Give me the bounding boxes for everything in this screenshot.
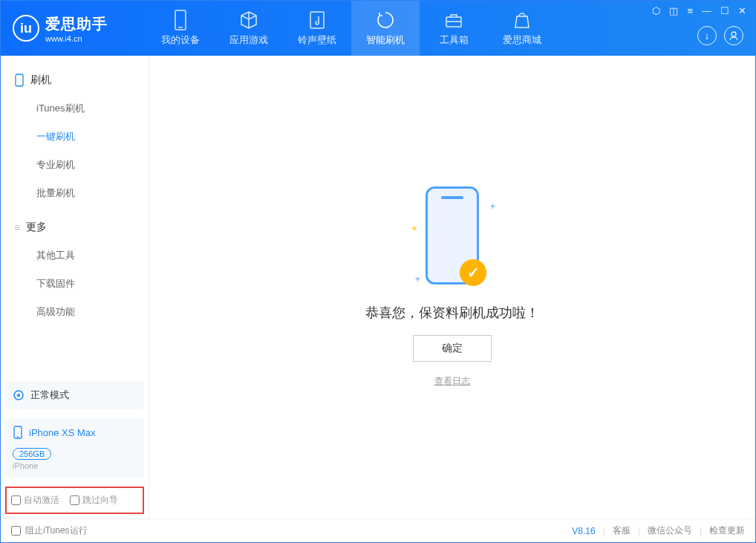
wechat-link[interactable]: 微信公众号	[648, 524, 692, 537]
header-right: ⬡ ◫ ≡ — ☐ ✕ ↓	[652, 1, 746, 56]
sidebar-item-batch-flash[interactable]: 批量刷机	[1, 179, 149, 207]
sidebar-item-advanced[interactable]: 高级功能	[1, 298, 149, 326]
maximize-button[interactable]: ☐	[720, 5, 729, 16]
cube-icon	[238, 10, 259, 30]
tab-store[interactable]: 爱思商城	[488, 1, 556, 56]
svg-point-10	[17, 436, 19, 438]
sparkle-icon: +	[490, 201, 495, 212]
sidebar-item-pro-flash[interactable]: 专业刷机	[1, 151, 149, 179]
logo-icon: iu	[13, 15, 39, 42]
svg-rect-6	[16, 74, 23, 86]
menu-icon[interactable]: ≡	[687, 5, 693, 16]
sidebar-section-more: ≡ 更多 其他工具 下载固件 高级功能	[1, 213, 149, 326]
success-illustration: ✦ + + ✓	[408, 186, 497, 290]
svg-rect-1	[178, 27, 183, 28]
svg-rect-2	[310, 12, 324, 28]
sidebar-item-one-click[interactable]: 一键刷机	[1, 123, 149, 151]
lock-icon[interactable]: ◫	[669, 5, 678, 16]
svg-point-5	[731, 32, 736, 36]
sparkle-icon: +	[415, 274, 420, 284]
checks-row: 自动激活 跳过向导	[5, 487, 144, 514]
block-itunes-label: 阻止iTunes运行	[25, 524, 88, 537]
sidebar: 刷机 iTunes刷机 一键刷机 专业刷机 批量刷机 ≡ 更多 其他工具 下载固…	[1, 56, 149, 518]
minimize-button[interactable]: —	[702, 5, 711, 16]
sidebar-section-flash: 刷机 iTunes刷机 一键刷机 专业刷机 批量刷机	[1, 66, 149, 207]
footer-right: V8.16 | 客服 | 微信公众号 | 检查更新	[572, 524, 745, 537]
separator: |	[700, 526, 702, 536]
auto-activate-checkbox[interactable]	[11, 495, 21, 505]
separator: |	[603, 526, 605, 536]
refresh-shield-icon	[375, 10, 396, 30]
phone-outline-icon	[14, 74, 25, 87]
device-mode-box: 正常模式	[5, 381, 144, 409]
block-itunes-checkbox[interactable]	[11, 526, 21, 536]
tab-smart-flash[interactable]: 智能刷机	[351, 1, 420, 56]
close-button[interactable]: ✕	[738, 5, 746, 16]
sidebar-head-label: 刷机	[30, 74, 51, 87]
device-phone-icon	[13, 426, 23, 439]
sidebar-item-download-fw[interactable]: 下载固件	[1, 270, 149, 298]
check-badge-icon: ✓	[460, 259, 486, 286]
tab-label: 应用游戏	[229, 33, 268, 47]
app-header: iu 爱思助手 www.i4.cn 我的设备 应用游戏 铃声壁纸 智能刷机 工具…	[1, 1, 755, 56]
main-tabs: 我的设备 应用游戏 铃声壁纸 智能刷机 工具箱 爱思商城	[146, 1, 556, 56]
sidebar-head-more: ≡ 更多	[1, 213, 149, 241]
footer: 阻止iTunes运行 V8.16 | 客服 | 微信公众号 | 检查更新	[1, 518, 755, 542]
tab-label: 我的设备	[161, 33, 200, 47]
success-message: 恭喜您，保资料刷机成功啦！	[365, 304, 539, 322]
tab-label: 爱思商城	[503, 33, 541, 47]
sidebar-item-itunes-flash[interactable]: iTunes刷机	[1, 94, 149, 123]
sidebar-scroll: 刷机 iTunes刷机 一键刷机 专业刷机 批量刷机 ≡ 更多 其他工具 下载固…	[1, 56, 149, 377]
separator: |	[638, 526, 640, 536]
user-icon[interactable]	[724, 26, 743, 45]
version-label: V8.16	[572, 526, 595, 536]
body-area: 刷机 iTunes刷机 一键刷机 专业刷机 批量刷机 ≡ 更多 其他工具 下载固…	[1, 56, 755, 518]
window-controls: ⬡ ◫ ≡ — ☐ ✕	[652, 5, 746, 16]
tab-ringtones[interactable]: 铃声壁纸	[283, 1, 351, 56]
device-name: iPhone XS Max	[29, 427, 96, 438]
mode-dot-icon	[13, 389, 25, 401]
kefu-link[interactable]: 客服	[613, 524, 630, 537]
tab-label: 智能刷机	[366, 33, 405, 47]
device-info: 256GB iPhone	[13, 445, 137, 470]
check-label: 跳过向导	[82, 494, 118, 507]
toolbox-icon	[443, 10, 464, 30]
device-mode: 正常模式	[13, 388, 137, 402]
device-capacity: 256GB	[13, 448, 51, 460]
device-icon	[170, 10, 191, 30]
bag-icon	[512, 10, 532, 30]
ok-button[interactable]: 确定	[413, 335, 492, 362]
check-label: 自动激活	[24, 494, 59, 507]
footer-left: 阻止iTunes运行	[11, 524, 88, 537]
tab-my-device[interactable]: 我的设备	[146, 1, 215, 56]
sidebar-item-other-tools[interactable]: 其他工具	[1, 241, 149, 270]
tab-toolbox[interactable]: 工具箱	[420, 1, 488, 56]
sidebar-head-flash: 刷机	[1, 66, 149, 94]
music-icon	[307, 10, 328, 30]
user-icons: ↓	[697, 26, 746, 51]
view-log-link[interactable]: 查看日志	[434, 375, 470, 388]
main-content: ✦ + + ✓ 恭喜您，保资料刷机成功啦！ 确定 查看日志	[149, 56, 755, 518]
sidebar-head-label: 更多	[26, 221, 47, 234]
app-subtitle: www.i4.cn	[45, 34, 108, 43]
list-icon: ≡	[14, 221, 20, 233]
check-auto-activate[interactable]: 自动激活	[11, 494, 59, 507]
logo-text: 爱思助手 www.i4.cn	[45, 14, 108, 43]
download-icon[interactable]: ↓	[697, 26, 717, 45]
skip-wizard-checkbox[interactable]	[70, 495, 79, 505]
tab-apps-games[interactable]: 应用游戏	[215, 1, 283, 56]
device-mode-label: 正常模式	[30, 388, 69, 402]
tab-label: 铃声壁纸	[298, 33, 336, 47]
app-title: 爱思助手	[45, 14, 108, 34]
update-link[interactable]: 检查更新	[709, 524, 745, 537]
device-info-box[interactable]: iPhone XS Max 256GB iPhone	[5, 418, 144, 478]
sparkle-icon: ✦	[411, 224, 418, 234]
tab-label: 工具箱	[440, 33, 469, 47]
check-skip-wizard[interactable]: 跳过向导	[70, 494, 118, 507]
svg-point-8	[17, 394, 20, 397]
logo-area: iu 爱思助手 www.i4.cn	[13, 14, 146, 43]
device-row: iPhone XS Max	[13, 426, 137, 439]
device-type: iPhone	[13, 461, 137, 470]
shirt-icon[interactable]: ⬡	[652, 5, 660, 16]
